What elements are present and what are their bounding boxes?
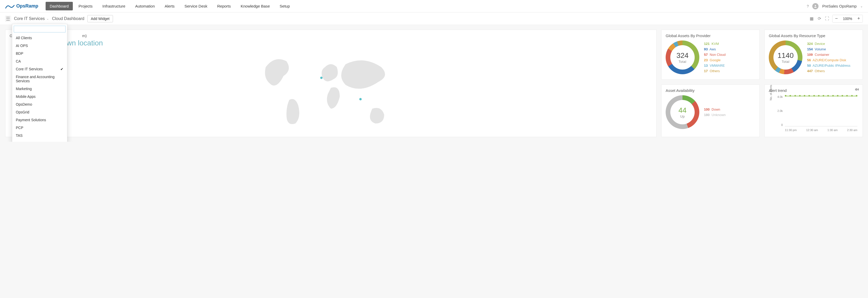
brand-logo: OpsRamp xyxy=(5,3,38,9)
legend-item[interactable]: 324 Device xyxy=(807,42,850,46)
hamburger-icon[interactable] xyxy=(5,16,11,22)
nav-projects[interactable]: Projects xyxy=(74,2,97,10)
data-point xyxy=(823,95,824,97)
scope-search-input[interactable] xyxy=(14,26,66,32)
add-widget-button[interactable]: Add Widget xyxy=(87,15,113,22)
nav-items: DashboardProjectsInfrastructureAutomatio… xyxy=(45,2,294,10)
world-map[interactable] xyxy=(9,49,652,132)
help-icon[interactable]: ? xyxy=(807,4,809,8)
y-tick: 2.0k xyxy=(776,109,783,112)
trend-chart[interactable]: No. of Alerts 4.0k2.0k0 11:30 pm12:30 am… xyxy=(769,95,859,132)
data-point xyxy=(842,95,843,97)
chevron-down-icon[interactable]: ⌄ xyxy=(860,4,863,8)
top-nav: OpsRamp DashboardProjectsInfrastructureA… xyxy=(0,0,868,12)
scope-selector[interactable]: Core IT Services ⌄ xyxy=(14,16,49,21)
legend-item[interactable]: 93 Aws xyxy=(704,47,726,51)
data-point xyxy=(808,95,810,97)
calendar-icon[interactable]: ▦ xyxy=(809,16,814,21)
legend-item[interactable]: 17 Others xyxy=(704,69,726,73)
legend-item[interactable]: 56 AZURE/Compute Disk xyxy=(807,58,850,62)
nav-infrastructure[interactable]: Infrastructure xyxy=(98,2,129,10)
donut-total-label: Up xyxy=(680,114,685,118)
legend-item[interactable]: 121 KVM xyxy=(704,42,726,46)
data-point xyxy=(785,95,786,97)
time-range-badge[interactable]: 4H xyxy=(855,88,859,91)
nav-knowledge-base[interactable]: Knowledge Base xyxy=(237,2,274,10)
scope-option[interactable]: TAS xyxy=(12,132,67,139)
scope-option[interactable]: Payment Solutions xyxy=(12,116,67,124)
legend-item[interactable]: 154 Volume xyxy=(807,47,850,51)
donut-chart[interactable]: 1140 Total xyxy=(769,40,802,74)
chevron-down-icon: ⌄ xyxy=(46,17,49,21)
data-point xyxy=(795,95,796,97)
user-name[interactable]: PreSales OpsRamp xyxy=(822,4,857,8)
legend-item[interactable]: 109 Container xyxy=(807,53,850,57)
donut-total: 1140 xyxy=(778,51,794,60)
data-point xyxy=(856,95,857,97)
map-widget: Glob xxxxxxxxxxxxxxxxxxxxxxxxxxxxxxxx m)… xyxy=(5,30,657,137)
widget-title: Glob xxxxxxxxxxxxxxxxxxxxxxxxxxxxxxxx m) xyxy=(9,33,652,38)
dashboard-board: Glob xxxxxxxxxxxxxxxxxxxxxxxxxxxxxxxx m)… xyxy=(0,25,868,142)
scope-option[interactable]: OpsDemo xyxy=(12,101,67,108)
data-point xyxy=(789,95,791,97)
donut-chart[interactable]: 324 Total xyxy=(665,40,699,74)
nav-automation[interactable]: Automation xyxy=(131,2,159,10)
legend-item[interactable]: 57 Non Cloud xyxy=(704,53,726,57)
dashboard-name[interactable]: Cloud Dashboard xyxy=(52,16,85,21)
avatar[interactable] xyxy=(812,3,818,9)
sub-bar: Core IT Services ⌄ Cloud Dashboard Add W… xyxy=(0,12,868,25)
scope-option[interactable]: AI OPS xyxy=(12,42,67,50)
map-marker[interactable] xyxy=(320,77,322,79)
legend: 121 KVM93 Aws57 Non Cloud23 Google13 VMW… xyxy=(704,42,726,73)
nav-alerts[interactable]: Alerts xyxy=(161,2,179,10)
legend: 100 Down180 Unknown xyxy=(704,107,726,117)
user-cluster: ? PreSales OpsRamp ⌄ xyxy=(807,3,863,9)
widget-title: Alert trend xyxy=(769,88,859,93)
legend-item[interactable]: 13 VMWARE xyxy=(704,63,726,67)
scope-option[interactable]: OpsGrid xyxy=(12,108,67,116)
widget-title: Global Assets By Provider xyxy=(665,33,755,38)
scope-dropdown: All ClientsAI OPSBDPCACore IT Services✔F… xyxy=(12,24,67,142)
scope-option[interactable]: PCP xyxy=(12,124,67,132)
availability-widget: Asset Availability 44 Up 100 Down180 Unk… xyxy=(661,84,760,137)
scope-option[interactable]: Marketing xyxy=(12,85,67,93)
refresh-icon[interactable]: ⟳ xyxy=(817,16,822,21)
nav-setup[interactable]: Setup xyxy=(275,2,294,10)
nav-reports[interactable]: Reports xyxy=(213,2,235,10)
data-point xyxy=(799,95,801,97)
nav-dashboard[interactable]: Dashboard xyxy=(45,2,73,10)
data-point xyxy=(813,95,815,97)
scope-option[interactable]: Mobile Apps xyxy=(12,93,67,101)
brand-name: OpsRamp xyxy=(16,3,38,9)
widget-title: Global Assets By Resource Type xyxy=(769,33,859,38)
fullscreen-icon[interactable]: ⛶ xyxy=(825,16,830,21)
check-icon: ✔ xyxy=(60,67,63,71)
x-tick: 1:30 am xyxy=(827,129,838,132)
zoom-level: 100% xyxy=(840,17,855,21)
zoom-out-button[interactable]: − xyxy=(833,15,840,22)
scope-label: Core IT Services xyxy=(14,16,45,21)
scope-option[interactable]: Wealth Management xyxy=(12,139,67,142)
user-icon xyxy=(814,4,817,8)
scope-option[interactable]: BDP xyxy=(12,50,67,57)
scope-option[interactable]: CA xyxy=(12,57,67,65)
map-marker[interactable] xyxy=(360,98,362,100)
legend-item[interactable]: 447 Others xyxy=(807,69,850,73)
zoom-in-button[interactable]: + xyxy=(855,15,863,22)
legend-item[interactable]: 23 Google xyxy=(704,58,726,62)
data-point xyxy=(832,95,834,97)
legend-item[interactable]: 50 AZURE/Public IPAddress xyxy=(807,63,850,67)
scope-option[interactable]: All Clients xyxy=(12,34,67,42)
nav-service-desk[interactable]: Service Desk xyxy=(180,2,211,10)
donut-total-label: Total xyxy=(679,60,686,63)
y-axis-label: No. of Alerts xyxy=(769,85,772,101)
legend: 324 Device154 Volume109 Container56 AZUR… xyxy=(807,42,850,73)
map-headline-fragment: wn location xyxy=(67,39,652,47)
data-point xyxy=(851,95,853,97)
legend-item[interactable]: 100 Down xyxy=(704,107,726,111)
legend-item[interactable]: 180 Unknown xyxy=(704,113,726,117)
scope-option[interactable]: Finance and Accounting Services xyxy=(12,73,67,85)
data-point xyxy=(804,95,805,97)
donut-chart[interactable]: 44 Up xyxy=(665,95,699,129)
scope-option[interactable]: Core IT Services✔ xyxy=(12,65,67,73)
